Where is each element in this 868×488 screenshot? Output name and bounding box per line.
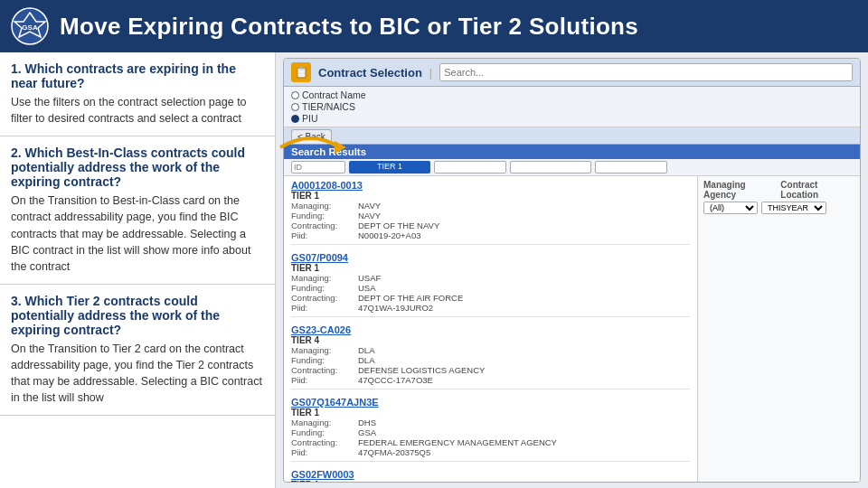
contract-tier-2: TIER 4 [291,335,690,345]
step-3-title: 3. Which Tier 2 contracts could potentia… [11,294,264,337]
contract-contracting-2: Contracting:DEFENSE LOGISTICS AGENCY [291,365,690,375]
contract-selection-panel: 📋 Contract Selection | Contract Name TIE… [283,58,861,483]
contract-managing-1: Managing:USAF [291,273,690,283]
managing-agency-select[interactable]: (All) [703,202,758,214]
tier1-badge: TIER 1 [349,161,430,174]
contract-contracting-0: Contracting:DEPT OF THE NAVY [291,221,690,230]
cs-separator: | [429,66,432,80]
main-content: 1. Which contracts are expiring in the n… [0,52,868,488]
contract-tier-3: TIER 1 [291,408,690,418]
contract-piid-1: Piid:47Q1WA-19JURO2 [291,303,690,313]
contract-tier-1: TIER 1 [291,263,690,273]
radio-piu[interactable]: PIU [291,113,853,124]
step-1-section: 1. Which contracts are expiring in the n… [0,52,275,136]
radio-dot-piu [291,115,299,123]
contract-piid-0: Piid:N00019-20+A03 [291,230,690,240]
contract-managing-0: Managing:NAVY [291,201,690,211]
search-results-header: Search Results [284,145,860,159]
contract-list-item: GS23-CA026 TIER 4 Managing:DLA Funding:D… [291,324,690,389]
filter-id[interactable] [291,161,345,174]
table-filter-row: TIER 1 [284,159,860,176]
filter-tier2[interactable] [434,161,506,174]
contract-managing-2: Managing:DLA [291,345,690,355]
step-3-section: 3. Which Tier 2 contracts could potentia… [0,285,275,417]
contract-search-input[interactable] [439,63,853,81]
header: GSA Move Expiring Contracts to BIC or Ti… [0,0,868,52]
contract-tier-4: TIER 1 [291,480,690,482]
step-1-title: 1. Which contracts are expiring in the n… [11,61,264,90]
step-2-title: 2. Which Best-In-Class contracts could p… [11,145,264,189]
cs-topbar: 📋 Contract Selection | [284,59,860,87]
cs-right-sidebar: Managing Agency Contract Location (All) … [697,176,860,482]
contract-list-item: GS02FW0003 TIER 1 Managing:DI 0 Funding:… [291,469,690,482]
contract-id-4[interactable]: GS02FW0003 [291,469,690,480]
contract-contracting-1: Contracting:DEPT OF THE AIR FORCE [291,293,690,303]
svg-text:GSA: GSA [22,23,38,32]
gsa-logo-icon: GSA [11,7,49,45]
filter-tier-view[interactable] [595,161,667,174]
contract-list: A0001208-0013 TIER 1 Managing:NAVY Fundi… [284,176,697,482]
contract-tier-0: TIER 1 [291,191,690,201]
contract-funding-2: Funding:DLA [291,355,690,365]
radio-label-tier-naics: TIER/NAICS [302,101,355,112]
page-title: Move Expiring Contracts to BIC or Tier 2… [60,13,638,41]
step-2-body: On the Transition to Best-in-Class card … [11,192,264,275]
contract-id-2[interactable]: GS23-CA026 [291,324,690,335]
tab-back[interactable]: < Back [291,129,332,144]
left-panel: 1. Which contracts are expiring in the n… [0,52,276,488]
contract-contracting-3: Contracting:FEDERAL EMERGENCY MANAGEMENT… [291,437,690,447]
radio-dot-tier-naics [291,103,299,111]
rs-managing-agency-row: Managing Agency Contract Location [703,180,854,200]
cs-panel-title: Contract Selection [318,66,422,80]
radio-tier-naics[interactable]: TIER/NAICS [291,101,853,112]
contract-piid-3: Piid:47QFMA-20375Q5 [291,447,690,457]
rs-contract-location-label: Contract Location [780,180,854,200]
step-1-body: Use the filters on the contract selectio… [11,94,264,127]
radio-contract-name[interactable]: Contract Name [291,89,853,100]
rs-filter-row: (All) THISYEAR [703,202,854,214]
filter-tier-label[interactable] [510,161,591,174]
radio-dot-contract-name [291,91,299,99]
contract-id-1[interactable]: GS07/P0094 [291,252,690,263]
contract-id-0[interactable]: A0001208-0013 [291,180,690,191]
contract-selection-icon: 📋 [291,62,311,82]
contract-list-item: GS07Q1647AJN3E TIER 1 Managing:DHS Fundi… [291,397,690,462]
cs-content: A0001208-0013 TIER 1 Managing:NAVY Fundi… [284,176,860,482]
radio-label-piu: PIU [302,113,318,124]
contract-funding-0: Funding:NAVY [291,211,690,221]
cs-radio-options: Contract Name TIER/NAICS PIU [284,87,860,127]
step-2-section: 2. Which Best-In-Class contracts could p… [0,136,275,285]
contract-managing-3: Managing:DHS [291,418,690,427]
cs-tabs: < Back [284,127,860,145]
right-panel: 📋 Contract Selection | Contract Name TIE… [276,52,868,488]
contract-funding-3: Funding:GSA [291,427,690,437]
step-3-body: On the Transition to Tier 2 card on the … [11,341,264,407]
radio-label-contract-name: Contract Name [302,89,366,100]
contract-list-item: GS07/P0094 TIER 1 Managing:USAF Funding:… [291,252,690,317]
contract-piid-2: Piid:47QCCC-17A7O3E [291,375,690,385]
contract-list-item: A0001208-0013 TIER 1 Managing:NAVY Fundi… [291,180,690,245]
contract-id-3[interactable]: GS07Q1647AJN3E [291,397,690,408]
contract-location-select[interactable]: THISYEAR [761,202,826,214]
contract-funding-1: Funding:USA [291,283,690,293]
rs-managing-agency-label: Managing Agency [703,180,777,200]
